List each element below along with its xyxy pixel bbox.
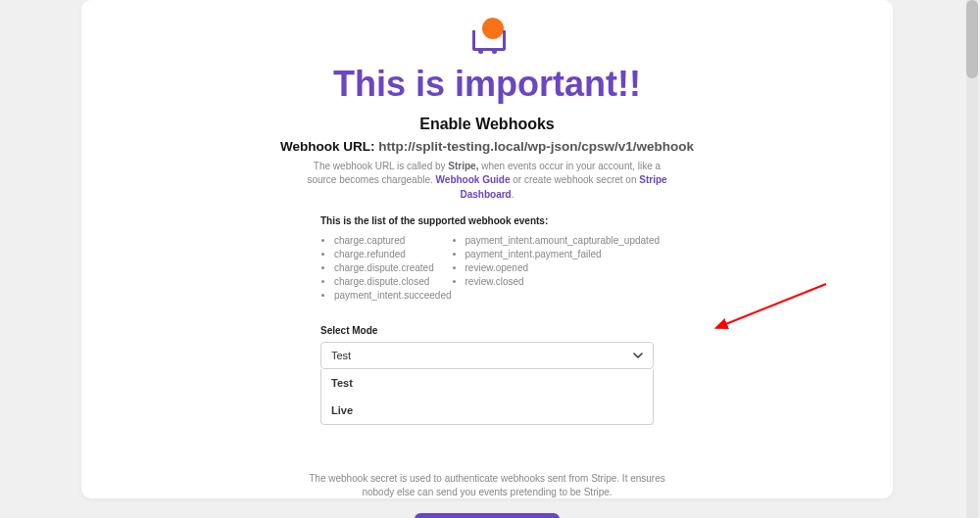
event-item: charge.dispute.created xyxy=(334,262,452,273)
scrollbar[interactable] xyxy=(966,0,978,518)
event-item: charge.captured xyxy=(334,235,452,246)
desc-stripe: Stripe, xyxy=(448,161,478,171)
save-continue-button[interactable]: Save & Continue xyxy=(415,513,559,518)
page-title: This is important!! xyxy=(81,65,893,104)
webhook-url-line: Webhook URL: http://split-testing.local/… xyxy=(81,139,893,154)
events-left: charge.capturedcharge.refundedcharge.dis… xyxy=(320,235,452,301)
desc-text: . xyxy=(512,189,514,200)
mode-select[interactable]: Test xyxy=(320,342,654,369)
page-subtitle: Enable Webhooks xyxy=(81,116,893,133)
mode-option[interactable]: Live xyxy=(321,397,653,424)
event-item: review.opened xyxy=(466,262,660,273)
mode-dropdown: TestLive xyxy=(320,369,654,425)
app-logo xyxy=(470,18,504,51)
mode-label: Select Mode xyxy=(320,325,654,336)
webhook-url-value: http://split-testing.local/wp-json/cpsw/… xyxy=(378,139,694,154)
webhook-url-label: Webhook URL: xyxy=(280,139,375,154)
event-item: charge.refunded xyxy=(334,249,452,259)
events-right: payment_intent.amount_capturable_updated… xyxy=(452,235,660,287)
event-item: payment_intent.amount_capturable_updated xyxy=(466,235,660,246)
chevron-down-icon xyxy=(633,347,643,364)
event-item: payment_intent.payment_failed xyxy=(466,249,660,259)
scrollbar-thumb[interactable] xyxy=(966,0,978,78)
mode-option[interactable]: Test xyxy=(321,369,653,397)
svg-line-0 xyxy=(723,284,826,325)
event-item: review.closed xyxy=(466,276,660,287)
card: This is important!! Enable Webhooks Webh… xyxy=(81,0,893,498)
description: The webhook URL is called by Stripe, whe… xyxy=(301,160,673,203)
mode-selected-value: Test xyxy=(321,343,653,368)
event-item: charge.dispute.closed xyxy=(334,276,452,287)
secret-note: The webhook secret is used to authentica… xyxy=(306,472,668,499)
webhook-guide-link[interactable]: Webhook Guide xyxy=(436,174,511,185)
desc-text: The webhook URL is called by xyxy=(314,161,448,171)
annotation-arrow xyxy=(709,276,836,335)
desc-text: or create webhook secret on xyxy=(511,174,640,185)
event-item: payment_intent.succeeded xyxy=(334,290,452,301)
events-title: This is the list of the supported webhoo… xyxy=(320,215,654,226)
